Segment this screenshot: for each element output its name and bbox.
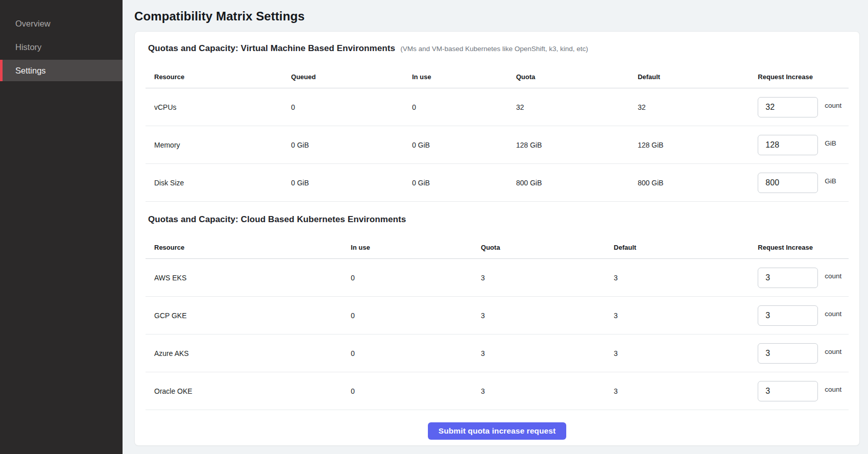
in-use-value: 0 GiB — [412, 141, 516, 149]
cloud-section-title: Quotas and Capacity: Cloud Based Kuberne… — [148, 214, 406, 225]
in-use-value: 0 — [351, 349, 481, 357]
unit-label: GiB — [825, 139, 836, 147]
table-row: GCP GKE 0 3 3 count — [146, 297, 849, 334]
page-title: Compatibility Matrix Settings — [134, 9, 860, 23]
default-value: 3 — [614, 349, 758, 357]
column-header-request-increase: Request Increase — [758, 244, 849, 251]
in-use-value: 0 GiB — [412, 179, 516, 187]
request-increase-input[interactable] — [758, 97, 818, 117]
quota-value: 3 — [481, 387, 614, 395]
column-header-resource: Resource — [146, 244, 351, 251]
default-value: 3 — [614, 387, 758, 395]
column-header-quota: Quota — [516, 73, 638, 81]
table-row: Oracle OKE 0 3 3 count — [146, 372, 849, 410]
quota-value: 128 GiB — [516, 141, 638, 149]
resource-name: vCPUs — [146, 103, 291, 111]
request-increase-input[interactable] — [758, 381, 818, 401]
resource-name: GCP GKE — [146, 312, 351, 320]
unit-label: count — [825, 310, 841, 318]
in-use-value: 0 — [351, 387, 481, 395]
default-value: 800 GiB — [638, 179, 758, 187]
vm-section-subtitle: (VMs and VM-based Kubernetes like OpenSh… — [400, 43, 588, 55]
request-increase-cell: count — [758, 381, 849, 401]
sidebar-item-label: Settings — [15, 66, 46, 76]
quota-value: 800 GiB — [516, 179, 638, 187]
unit-label: GiB — [825, 177, 836, 185]
cloud-quota-table: Resource In use Quota Default Request In… — [146, 232, 849, 410]
resource-name: Disk Size — [146, 179, 291, 187]
in-use-value: 0 — [412, 103, 516, 111]
request-increase-input[interactable] — [758, 343, 818, 364]
resource-name: Azure AKS — [146, 349, 351, 357]
vm-table-header: Resource Queued In use Quota Default Req… — [146, 62, 849, 88]
column-header-in-use: In use — [412, 73, 516, 81]
request-increase-cell: count — [758, 268, 849, 288]
settings-card: Quotas and Capacity: Virtual Machine Bas… — [134, 31, 860, 446]
column-header-resource: Resource — [146, 73, 291, 81]
column-header-quota: Quota — [481, 244, 614, 251]
request-increase-input[interactable] — [758, 173, 818, 193]
table-row: Memory 0 GiB 0 GiB 128 GiB 128 GiB GiB — [146, 126, 849, 164]
request-increase-cell: count — [758, 343, 849, 364]
submit-quota-increase-button[interactable]: Submit quota increase request — [428, 422, 566, 440]
request-increase-cell: count — [758, 97, 849, 117]
sidebar-item-history[interactable]: History — [0, 36, 123, 58]
request-increase-input[interactable] — [758, 135, 818, 155]
quota-value: 3 — [481, 274, 614, 282]
vm-quota-table: Resource Queued In use Quota Default Req… — [146, 62, 849, 202]
queued-value: 0 GiB — [291, 141, 412, 149]
unit-label: count — [825, 386, 841, 393]
in-use-value: 0 — [351, 274, 481, 282]
sidebar-item-label: History — [15, 42, 41, 52]
request-increase-input[interactable] — [758, 268, 818, 288]
request-increase-cell: count — [758, 305, 849, 326]
default-value: 3 — [614, 312, 758, 320]
column-header-request-increase: Request Increase — [758, 73, 849, 81]
column-header-default: Default — [614, 244, 758, 251]
queued-value: 0 GiB — [291, 179, 412, 187]
quota-value: 32 — [516, 103, 638, 111]
table-row: vCPUs 0 0 32 32 count — [146, 88, 849, 126]
request-increase-cell: GiB — [758, 173, 849, 193]
unit-label: count — [825, 102, 841, 109]
table-row: AWS EKS 0 3 3 count — [146, 259, 849, 297]
cloud-table-header: Resource In use Quota Default Request In… — [146, 232, 849, 259]
unit-label: count — [825, 348, 841, 355]
column-header-in-use: In use — [351, 244, 481, 251]
table-row: Disk Size 0 GiB 0 GiB 800 GiB 800 GiB Gi… — [146, 164, 849, 202]
resource-name: AWS EKS — [146, 274, 351, 282]
cloud-section-header: Quotas and Capacity: Cloud Based Kuberne… — [148, 214, 849, 225]
app-window: Overview History Settings Compatibility … — [0, 0, 868, 454]
default-value: 128 GiB — [638, 141, 758, 149]
vm-section-title: Quotas and Capacity: Virtual Machine Bas… — [148, 43, 395, 54]
request-increase-cell: GiB — [758, 135, 849, 155]
sidebar-item-label: Overview — [15, 19, 51, 29]
default-value: 3 — [614, 274, 758, 282]
column-header-default: Default — [638, 73, 758, 81]
sidebar-item-settings[interactable]: Settings — [0, 60, 123, 81]
quota-value: 3 — [481, 312, 614, 320]
request-increase-input[interactable] — [758, 305, 818, 326]
resource-name: Memory — [146, 141, 291, 149]
resource-name: Oracle OKE — [146, 387, 351, 395]
unit-label: count — [825, 272, 841, 280]
submit-row: Submit quota increase request — [146, 422, 849, 440]
column-header-queued: Queued — [291, 73, 412, 81]
main-content: Compatibility Matrix Settings Quotas and… — [123, 0, 868, 454]
in-use-value: 0 — [351, 312, 481, 320]
quota-value: 3 — [481, 349, 614, 357]
vm-section-header: Quotas and Capacity: Virtual Machine Bas… — [148, 43, 849, 55]
sidebar: Overview History Settings — [0, 0, 123, 454]
default-value: 32 — [638, 103, 758, 111]
sidebar-item-overview[interactable]: Overview — [0, 13, 123, 34]
table-row: Azure AKS 0 3 3 count — [146, 334, 849, 372]
queued-value: 0 — [291, 103, 412, 111]
